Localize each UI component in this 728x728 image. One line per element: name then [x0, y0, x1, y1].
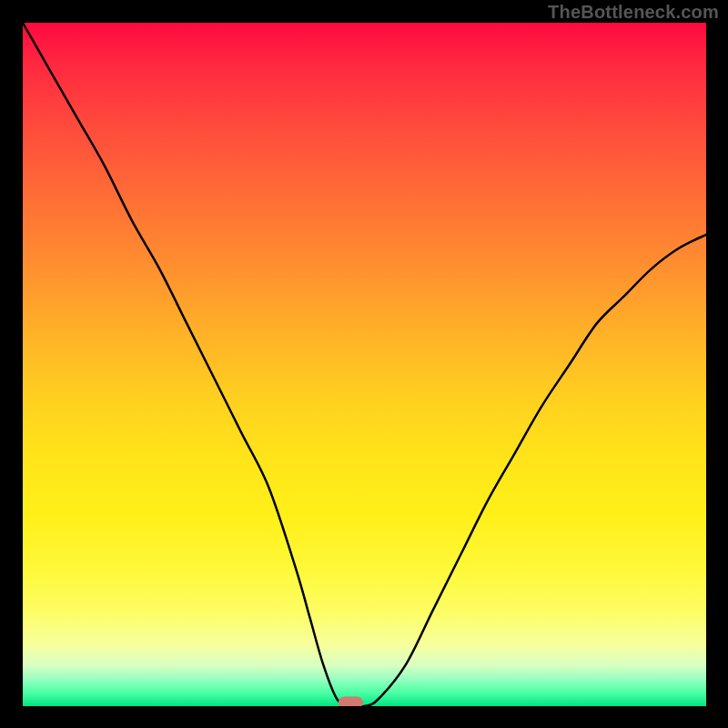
plot-area: [23, 23, 706, 706]
optimum-marker: [339, 697, 362, 706]
bottleneck-curve: [23, 23, 706, 706]
chart-frame: TheBottleneck.com: [0, 0, 728, 728]
watermark-text: TheBottleneck.com: [548, 2, 719, 23]
